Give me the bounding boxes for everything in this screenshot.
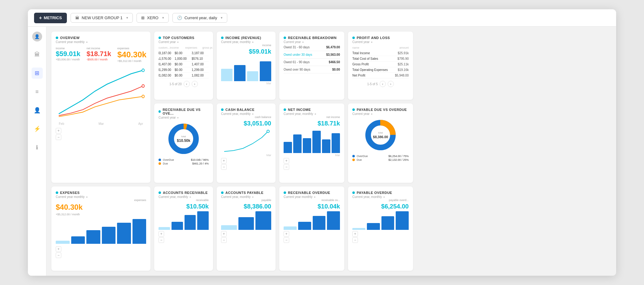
pnl-dot [352,37,355,39]
income-dot [221,37,224,39]
recv-due-legend: OverDue $10.04k / 96% Due $461.20 / 4% [159,158,209,165]
table-row: ABC Fu... 1,576.00 1,000.00 $576.10 [159,56,209,62]
accounts-payable-card: ACCOUNTS PAYABLE Current year, monthly ●… [217,186,276,271]
acct-recv-zoom-in[interactable]: + [159,231,164,237]
acct-pay-zoom-out[interactable]: − [221,237,227,243]
income-revenue-card: INCOME (REVENUE) Current year, monthly ●… [217,32,276,100]
period-dropdown[interactable]: 🕐 Current year, daily ▾ [172,13,228,23]
pnl-title: PROFIT AND LOSS [357,36,390,40]
expenses-zoom-out[interactable]: − [56,252,61,258]
prev-page-btn[interactable]: ‹ [184,81,190,87]
receivable-due-card: RECEIVABLE DUE VS OVE... Current year ● … [154,103,213,182]
expenses-subtitle: Current year monthly ● [56,195,146,199]
customers-pagination: 1-5 of 20 ‹ › [159,81,209,87]
recv-overdue-zoom-out[interactable]: − [284,237,289,243]
overview-subtitle: Current year monthly ● [56,40,146,44]
next-page-btn[interactable]: › [192,81,198,87]
net-income-card: NET INCOME Current year, monthly ● net i… [279,103,344,182]
net-income-chart [284,128,340,153]
info-icon: ● [86,40,88,44]
overview-card: OVERVIEW Current year monthly ● income $… [51,32,150,183]
income-chart [221,56,271,81]
overview-dot [56,37,58,39]
sidebar-item-dashboard[interactable]: 🏛 [32,49,43,60]
income-title: INCOME (REVENUE) [225,36,261,40]
table-row: Total Cost of Sales $795.90 [352,56,409,62]
avatar[interactable]: 👤 [32,32,42,42]
pnl-next-btn[interactable]: › [388,81,394,87]
acct-recv-zoom-out[interactable]: − [159,237,164,243]
payable-due-card: PAYABLE DUE VS OVERDUE Current year ● to… [348,103,413,182]
income-metric: income $59.01k +$3,006.00 / month [56,47,80,63]
xero-dropdown[interactable]: ⊞ XERO ▾ [137,13,169,23]
dashboard: OVERVIEW Current year monthly ● income $… [46,27,616,276]
pnl-prev-btn[interactable]: ‹ [380,81,386,87]
sidebar-item-lightning[interactable]: ⚡ [32,123,43,134]
table-row: Bank W... 1,299.00 $0.00 1,299.00 [159,67,209,73]
expenses-metric: expenses $40.30k +$5,312.00 / month [117,47,146,63]
customers-table-body: Ridgew... 3,187.00 $0.00 3,187.00 ABC Fu… [159,50,209,78]
acct-recv-value: $10.50k [159,203,209,210]
pay-overdue-zoom-in[interactable]: + [352,231,358,237]
info-icon-pnl: ● [371,40,373,44]
net-income-metric: net income $18.71k -$505.00 / month [87,47,111,63]
top-customers-card: TOP CUSTOMERS Current year ● custom... i… [154,32,213,100]
acct-pay-subtitle: Current year, monthly ● [221,195,271,199]
income-subtitle: Current year, monthly ● [221,40,271,44]
payable-due-dot [352,108,355,111]
sidebar-item-user[interactable]: 👤 [32,105,43,116]
recv-overdue-zoom-controls: + − [284,231,340,243]
pay-overdue-value: $6,254.00 [352,203,409,210]
topbar: + METRICS 🏛 NEW USER GROUP 1 ▾ ⊞ XERO ▾ … [28,9,616,27]
svg-point-0 [142,69,144,72]
net-income-zoom-in[interactable]: + [284,158,289,164]
info-icon-payable-due: ● [371,112,373,116]
list-item: OverDue $6,254.00 / 75% [352,155,409,158]
sidebar-item-grid[interactable]: ⊞ [32,68,43,79]
net-income-subtitle: Current year, monthly ● [284,112,340,116]
sidebar-item-info[interactable]: ℹ [32,142,43,153]
expenses-value: $40.30k [56,203,146,212]
acct-pay-value: $8,386.00 [221,203,271,210]
net-income-dot [284,108,286,111]
sidebar: 👤 🏛 ⊞ ≡ 👤 ⚡ ℹ [28,27,46,276]
chevron-down-icon-2: ▾ [162,16,164,20]
recv-overdue-zoom-in[interactable]: + [284,231,289,237]
info-icon-pay-overdue: ● [383,195,385,199]
group-label: NEW USER GROUP 1 [82,15,123,20]
zoom-in-btn[interactable]: + [56,128,61,134]
cash-value: $3,051.00 [221,120,271,127]
cash-subtitle: Current year, monthly ● [221,112,271,116]
main-layout: 👤 🏛 ⊞ ≡ 👤 ⚡ ℹ OVERVIEW Current year mont… [28,27,616,276]
cash-zoom-in[interactable]: + [221,158,227,164]
acct-pay-zoom-controls: + − [221,231,271,243]
sidebar-item-list[interactable]: ≡ [32,86,43,97]
cash-zoom-out[interactable]: − [221,164,227,170]
list-item: Due $461.20 / 4% [159,162,209,165]
customers-subtitle: Current year ● [159,40,209,44]
receivable-overdue-card: RECEIVABLE OVERDUE Current year monthly … [279,186,344,271]
acct-pay-zoom-in[interactable]: + [221,231,227,237]
svg-text:total: total [181,135,186,138]
table-row: Net Profit $5,948.00 [352,73,409,78]
acct-pay-dot [221,191,224,194]
breakdown-title: RECEIVABLE BREAKDOWN [288,36,337,40]
clock-icon: 🕐 [177,15,182,20]
pay-overdue-chart [352,211,409,230]
zoom-out-btn[interactable]: − [56,134,61,140]
expenses-zoom-controls: + − [56,246,146,258]
metrics-button[interactable]: + METRICS [34,13,67,23]
net-income-zoom-out[interactable]: − [284,164,289,170]
info-icon-income: ● [252,40,254,44]
expenses-zoom-in[interactable]: + [56,246,61,252]
metrics-label: METRICS [44,15,62,20]
payable-due-title: PAYABLE DUE VS OVERDUE [357,108,407,112]
list-item: Due $2,132.00 / 25% [352,158,409,161]
breakdown-subtitle: Current year ● [284,40,340,44]
payable-due-legend: OverDue $6,254.00 / 75% Due $2,132.00 / … [352,155,409,161]
pay-overdue-zoom-out[interactable]: − [352,237,358,243]
group-dropdown[interactable]: 🏛 NEW USER GROUP 1 ▾ [71,13,133,23]
cash-dot [221,108,224,111]
breakdown-rows: Owed 31 - 60 days $6,479.00 Owed under 3… [284,44,340,73]
list-item: Owed 61 - 90 days $466.50 [284,59,340,66]
